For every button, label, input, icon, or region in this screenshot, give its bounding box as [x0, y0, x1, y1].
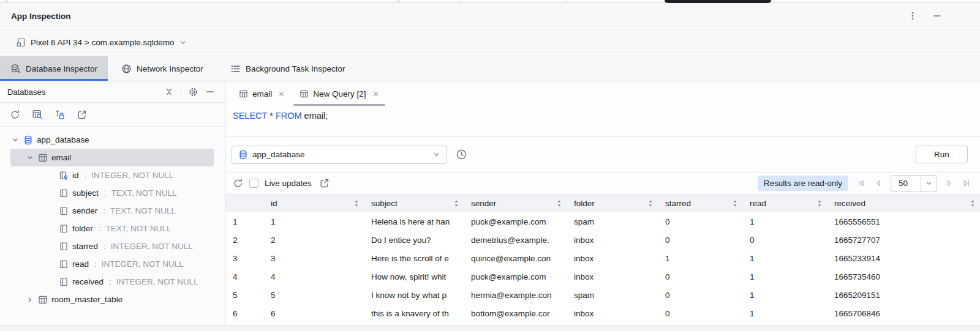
cell-received[interactable]: 1665735460: [827, 267, 980, 286]
cell-sender[interactable]: puck@example.com: [464, 267, 567, 286]
chevron-down-icon[interactable]: [26, 154, 34, 162]
cell-subject[interactable]: Here is the scroll of e: [364, 249, 464, 267]
cell-starred[interactable]: 0: [658, 231, 742, 249]
table-row[interactable]: 4 4 How now, spirit! whit puck@example.c…: [225, 267, 980, 286]
cell-starred[interactable]: 0: [658, 267, 742, 286]
kebab-menu-icon[interactable]: [908, 11, 918, 21]
sort-icon[interactable]: [557, 199, 562, 207]
refresh-results-icon[interactable]: [233, 178, 243, 188]
cell-id[interactable]: 1: [263, 212, 364, 231]
cell-subject[interactable]: How now, spirit! whit: [364, 267, 464, 286]
sort-icon[interactable]: [733, 199, 737, 207]
header-starred[interactable]: starred: [658, 195, 742, 212]
tree-column-read[interactable]: read:INTEGER, NOT NULL: [0, 255, 225, 273]
tab-background-task-inspector[interactable]: Background Task Inspector: [217, 56, 359, 81]
tree-column-starred[interactable]: starred:INTEGER, NOT NULL: [0, 237, 225, 255]
close-icon[interactable]: [372, 91, 379, 97]
database-dropdown[interactable]: app_database: [232, 146, 447, 164]
cell-read[interactable]: 0: [742, 231, 827, 249]
cell-read[interactable]: 1: [742, 304, 827, 322]
cell-starred[interactable]: 0: [658, 286, 742, 304]
query-table-icon[interactable]: [32, 109, 43, 120]
cell-folder[interactable]: inbox: [567, 231, 658, 249]
first-page-icon[interactable]: [856, 179, 865, 188]
cell-subject[interactable]: this is a knavery of th: [364, 304, 464, 322]
cell-id[interactable]: 5: [263, 286, 364, 304]
cell-starred[interactable]: 0: [658, 304, 742, 322]
tree-item-app-database[interactable]: app_database: [0, 131, 225, 149]
sort-icon[interactable]: [817, 199, 822, 207]
cell-starred[interactable]: 0: [658, 212, 742, 231]
cell-received[interactable]: 1665233914: [827, 249, 980, 267]
live-updates-checkbox[interactable]: [249, 179, 258, 188]
bottom-scrollbar-track[interactable]: [0, 325, 980, 331]
minimize-icon[interactable]: [932, 11, 942, 21]
header-read[interactable]: read: [742, 195, 827, 212]
cell-folder[interactable]: inbox: [567, 304, 658, 322]
cell-sender[interactable]: demetrius@example.: [464, 231, 567, 249]
header-received[interactable]: received: [827, 195, 980, 212]
cell-starred[interactable]: 1: [658, 249, 742, 267]
cell-read[interactable]: 1: [742, 286, 827, 304]
cell-id[interactable]: 2: [263, 231, 364, 249]
tree-column-id[interactable]: id:INTEGER, NOT NULL: [0, 166, 225, 184]
chevron-right-icon[interactable]: [26, 296, 34, 303]
tab-network-inspector[interactable]: Network Inspector: [108, 56, 217, 81]
sort-icon[interactable]: [970, 199, 975, 207]
gear-icon[interactable]: [188, 87, 198, 97]
close-icon[interactable]: [278, 91, 285, 97]
cell-sender[interactable]: puck@example.com: [464, 212, 567, 231]
previous-page-icon[interactable]: [873, 179, 883, 188]
cell-received[interactable]: 1665727707: [827, 231, 980, 249]
export-icon[interactable]: [77, 110, 87, 120]
table-row[interactable]: 1 1 Helena is here at han puck@example.c…: [225, 212, 980, 231]
sort-icon[interactable]: [648, 199, 653, 207]
sort-icon[interactable]: [454, 199, 459, 207]
page-size-dropdown[interactable]: 50: [891, 175, 937, 192]
run-button[interactable]: Run: [916, 146, 968, 163]
tree-item-email-table[interactable]: email: [10, 149, 214, 166]
tree-column-subject[interactable]: subject:TEXT, NOT NULL: [0, 184, 225, 202]
cell-folder[interactable]: inbox: [567, 249, 658, 267]
cell-sender[interactable]: bottom@example.cor: [464, 304, 567, 322]
tab-database-inspector[interactable]: Database Inspector: [0, 56, 108, 81]
table-row[interactable]: 5 5 I know not by what p hermia@example.…: [225, 286, 980, 304]
tree-column-sender[interactable]: sender:TEXT, NOT NULL: [0, 202, 225, 220]
tree-column-folder[interactable]: folder:TEXT, NOT NULL: [0, 220, 225, 237]
table-row[interactable]: 3 3 Here is the scroll of e quince@examp…: [225, 249, 980, 267]
cell-id[interactable]: 4: [263, 267, 364, 286]
cell-subject[interactable]: I know not by what p: [364, 286, 464, 304]
cell-sender[interactable]: hermia@example.con: [464, 286, 567, 304]
cell-read[interactable]: 1: [742, 249, 827, 267]
tree-item-room-master-table[interactable]: room_master_table: [0, 291, 225, 308]
cell-subject[interactable]: Do I entice you?: [364, 231, 464, 249]
collapse-all-icon[interactable]: [164, 87, 174, 97]
tree-column-received[interactable]: received:INTEGER, NOT NULL: [0, 273, 225, 291]
cell-received[interactable]: 1665706846: [827, 304, 980, 322]
cell-received[interactable]: 1665209151: [827, 286, 980, 304]
table-row[interactable]: 6 6 this is a knavery of th bottom@examp…: [225, 304, 980, 322]
next-page-icon[interactable]: [945, 179, 954, 188]
header-subject[interactable]: subject: [364, 195, 464, 212]
cell-read[interactable]: 1: [742, 212, 827, 231]
header-id[interactable]: id: [263, 195, 364, 212]
cell-subject[interactable]: Helena is here at han: [364, 212, 464, 231]
cell-read[interactable]: 1: [742, 267, 827, 286]
hide-panel-icon[interactable]: [205, 87, 215, 97]
refresh-icon[interactable]: [10, 110, 20, 120]
cell-folder[interactable]: spam: [567, 212, 658, 231]
cell-received[interactable]: 1665556551: [827, 212, 980, 231]
table-row[interactable]: 2 2 Do I entice you? demetrius@example. …: [225, 231, 980, 249]
last-page-icon[interactable]: [962, 179, 971, 188]
cell-folder[interactable]: inbox: [567, 267, 658, 286]
header-folder[interactable]: folder: [567, 195, 658, 212]
cell-sender[interactable]: quince@example.con: [464, 249, 567, 267]
keep-connections-open-icon[interactable]: [55, 110, 65, 120]
tab-email[interactable]: email: [232, 81, 292, 106]
sort-icon[interactable]: [354, 199, 359, 207]
export-results-icon[interactable]: [319, 178, 330, 188]
cell-folder[interactable]: spam: [567, 286, 658, 304]
device-process-selector[interactable]: Pixel 6 API 34 > com.example.sqldemo: [0, 29, 980, 56]
cell-id[interactable]: 3: [263, 249, 364, 267]
tab-new-query-2[interactable]: New Query [2]: [292, 81, 386, 106]
